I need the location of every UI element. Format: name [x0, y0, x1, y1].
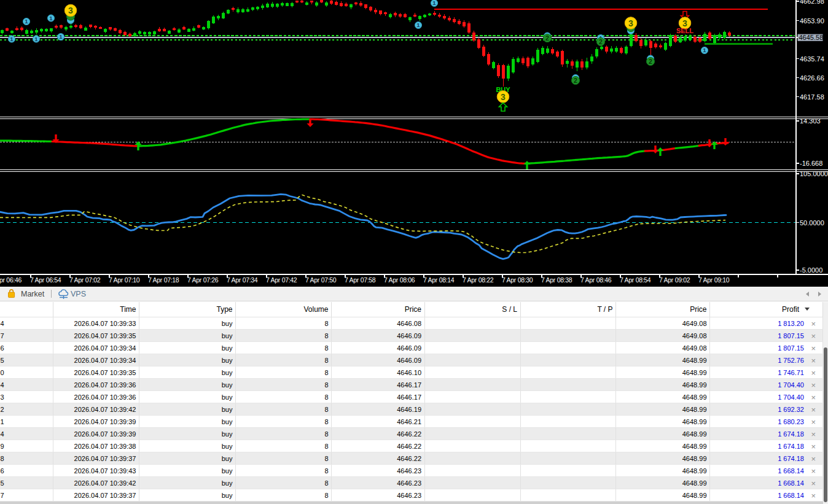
svg-text:7 Apr 07:02: 7 Apr 07:02: [69, 276, 101, 284]
svg-text:50.0000: 50.0000: [800, 219, 824, 227]
svg-text:SELL: SELL: [676, 27, 693, 34]
svg-text:1: 1: [34, 36, 38, 42]
svg-text:7 Apr 08:46: 7 Apr 08:46: [580, 276, 612, 284]
svg-text:4617.58: 4617.58: [800, 93, 824, 101]
svg-text:1: 1: [49, 15, 53, 21]
svg-text:pr 06:46: pr 06:46: [0, 276, 22, 284]
svg-text:7 Apr 06:54: 7 Apr 06:54: [30, 276, 61, 284]
svg-text:1: 1: [432, 0, 436, 6]
svg-text:3: 3: [501, 92, 506, 102]
svg-text:4662.98: 4662.98: [800, 0, 824, 5]
svg-text:7 Apr 08:22: 7 Apr 08:22: [463, 276, 494, 284]
svg-text:4653.90: 4653.90: [800, 17, 824, 25]
svg-text:7 Apr 07:10: 7 Apr 07:10: [109, 276, 140, 284]
svg-text:7 Apr 08:30: 7 Apr 08:30: [502, 276, 533, 284]
svg-text:3: 3: [68, 6, 73, 15]
svg-text:-5.0000: -5.0000: [800, 266, 822, 274]
svg-text:3: 3: [628, 18, 633, 28]
svg-text:1: 1: [703, 47, 706, 53]
svg-text:7 Apr 08:38: 7 Apr 08:38: [541, 276, 572, 284]
svg-text:2: 2: [649, 58, 652, 65]
svg-text:7 Apr 07:50: 7 Apr 07:50: [305, 276, 337, 284]
svg-text:4626.66: 4626.66: [800, 74, 824, 82]
svg-text:14.303: 14.303: [800, 117, 821, 125]
svg-text:7 Apr 07:18: 7 Apr 07:18: [148, 276, 179, 284]
svg-text:4645.58: 4645.58: [799, 34, 824, 41]
svg-text:7 Apr 07:26: 7 Apr 07:26: [187, 276, 219, 284]
svg-text:1: 1: [416, 21, 420, 28]
svg-text:1: 1: [25, 18, 28, 25]
svg-text:7 Apr 07:58: 7 Apr 07:58: [345, 276, 376, 284]
svg-text:2: 2: [599, 38, 603, 45]
svg-text:7 Apr 09:10: 7 Apr 09:10: [698, 276, 730, 284]
svg-text:1: 1: [59, 33, 63, 40]
svg-text:2: 2: [574, 77, 577, 84]
svg-text:7 Apr 07:42: 7 Apr 07:42: [266, 276, 297, 284]
svg-text:2: 2: [545, 34, 549, 42]
svg-text:7 Apr 08:14: 7 Apr 08:14: [423, 276, 455, 284]
svg-text:7 Apr 07:34: 7 Apr 07:34: [227, 276, 258, 284]
svg-text:7 Apr 08:06: 7 Apr 08:06: [384, 276, 415, 284]
svg-text:7 Apr 09:02: 7 Apr 09:02: [659, 276, 690, 284]
svg-text:105.0000: 105.0000: [800, 170, 828, 177]
svg-text:4635.74: 4635.74: [800, 55, 824, 63]
svg-text:7 Apr 08:54: 7 Apr 08:54: [620, 276, 651, 284]
svg-text:1: 1: [10, 36, 14, 42]
svg-text:-16.668: -16.668: [800, 160, 822, 167]
